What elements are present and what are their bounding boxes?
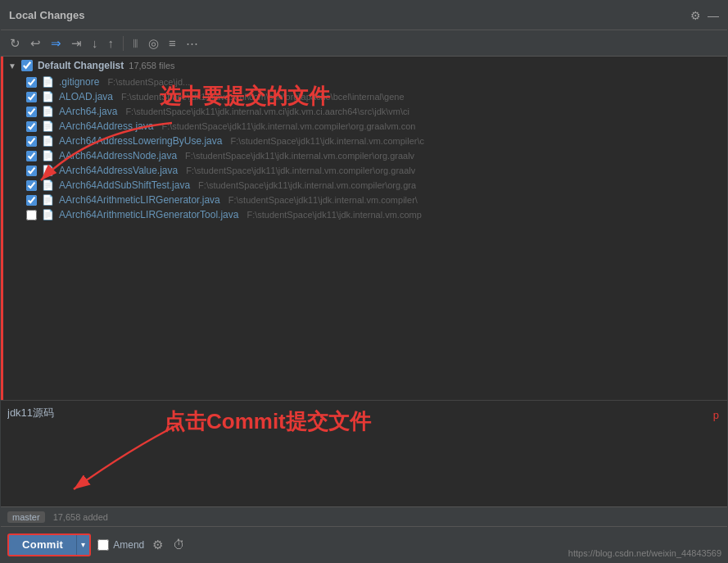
file-path: F:\studentSpace\jdk11\jdk.internal.vm.ci… — [125, 107, 409, 116]
file-name: AArch64.java — [59, 106, 117, 117]
list-item[interactable]: 📄 AArch64Address.java F:\studentSpace\jd… — [3, 119, 727, 134]
arrow-right-icon[interactable]: ⇒ — [48, 34, 64, 52]
commit-bar: Commit ▾ Amend ⚙ ⏱ — [1, 526, 727, 562]
list-item[interactable]: 📄 AArch64ArithmeticLIRGenerator.java F:\… — [3, 193, 727, 207]
toolbar-separator-1 — [123, 36, 124, 51]
file-checkbox[interactable] — [26, 107, 37, 117]
changelist-checkbox[interactable] — [21, 60, 33, 71]
changelist-header[interactable]: ▼ Default Changelist 17,658 files — [1, 57, 727, 75]
file-path: F:\studentSpace\jdk11\java.xml\com\sun\o… — [121, 92, 404, 102]
file-icon: 📄 — [42, 76, 54, 88]
status-text: 17,658 added — [53, 512, 108, 522]
list-item[interactable]: 📄 .gitignore F:\studentSpace\jd... — [3, 75, 727, 89]
commit-message-input[interactable]: jdk11源码 — [7, 406, 721, 502]
undo-icon[interactable]: ↩ — [28, 34, 43, 52]
upload-icon[interactable]: ↑ — [106, 34, 117, 52]
file-name: AArch64ArithmeticLIRGeneratorTool.java — [59, 209, 238, 220]
commit-button-group: Commit ▾ — [7, 533, 91, 556]
commit-button[interactable]: Commit — [9, 535, 76, 555]
panel-title: Local Changes — [9, 9, 84, 21]
header-icons: ⚙ — — [690, 9, 719, 22]
file-path: F:\studentSpace\jdk11\jdk.internal.vm.co… — [230, 136, 424, 146]
amend-wrap: Amend — [97, 539, 144, 551]
file-checkbox[interactable] — [26, 195, 37, 206]
file-icon: 📄 — [42, 165, 54, 176]
file-path: F:\studentSpace\jdk11\jdk.internal.vm.co… — [185, 151, 414, 161]
changelist-count: 17,658 files — [129, 61, 174, 70]
gear-icon[interactable]: ⚙ — [690, 9, 701, 22]
file-name: ALOAD.java — [59, 91, 113, 102]
file-icon: 📄 — [42, 120, 54, 132]
file-name: AArch64AddSubShiftTest.java — [59, 179, 190, 191]
branch-label: master — [7, 511, 45, 523]
list-item[interactable]: 📄 AArch64AddSubShiftTest.java F:\student… — [3, 178, 727, 193]
diff-icon[interactable]: ⫴ — [130, 34, 141, 52]
file-checkbox[interactable] — [26, 166, 37, 176]
move-changelist-icon[interactable]: ⇥ — [69, 34, 84, 52]
file-icon: 📄 — [42, 194, 54, 206]
file-icon: 📄 — [42, 209, 54, 220]
expand-triangle: ▼ — [8, 61, 16, 70]
file-path: F:\studentSpace\jdk11\jdk.internal.vm.co… — [228, 195, 418, 205]
amend-label: Amend — [113, 539, 144, 551]
list-item[interactable]: 📄 AArch64AddressLoweringByUse.java F:\st… — [3, 134, 727, 148]
file-checkbox[interactable] — [26, 121, 37, 132]
file-checkbox[interactable] — [26, 77, 37, 88]
file-checkbox[interactable] — [26, 151, 37, 161]
list-item[interactable]: 📄 AArch64AddressNode.java F:\studentSpac… — [3, 148, 727, 163]
list-item[interactable]: 📄 ALOAD.java F:\studentSpace\jdk11\java.… — [3, 89, 727, 104]
file-name: AArch64AddressValue.java — [59, 165, 178, 176]
commit-dropdown-button[interactable]: ▾ — [76, 535, 89, 555]
list-item[interactable]: 📄 AArch64.java F:\studentSpace\jdk11\jdk… — [3, 104, 727, 119]
file-name: AArch64Address.java — [59, 120, 153, 132]
list-item[interactable]: 📄 AArch64ArithmeticLIRGeneratorTool.java… — [3, 207, 727, 222]
file-checkbox[interactable] — [26, 92, 37, 102]
file-list: 📄 .gitignore F:\studentSpace\jd... 📄 ALO… — [1, 75, 727, 400]
commit-message-area: jdk11源码 p — [1, 400, 727, 506]
file-icon: 📄 — [42, 179, 54, 191]
file-icon: 📄 — [42, 106, 54, 117]
commit-settings-button[interactable]: ⚙ — [151, 536, 165, 554]
file-icon: 📄 — [42, 150, 54, 161]
file-icon: 📄 — [42, 135, 54, 147]
download-icon[interactable]: ↓ — [89, 34, 101, 52]
file-path: F:\studentSpace\jdk11\jdk.internal.vm.co… — [186, 166, 415, 175]
toolbar: ↻ ↩ ⇒ ⇥ ↓ ↑ ⫴ ◎ ≡ ⋯ — [1, 30, 727, 57]
group-icon[interactable]: ⋯ — [183, 34, 201, 52]
amend-checkbox[interactable] — [97, 539, 109, 551]
file-path: F:\studentSpace\jdk11\jdk.internal.vm.co… — [246, 210, 421, 220]
changelist-name: Default Changelist — [38, 60, 124, 71]
minimize-icon[interactable]: — — [708, 9, 719, 22]
refresh-icon[interactable]: ↻ — [7, 34, 23, 52]
commit-history-button[interactable]: ⏱ — [171, 536, 187, 553]
file-checkbox[interactable] — [26, 136, 37, 147]
main-panel: Local Changes ⚙ — ↻ ↩ ⇒ ⇥ ↓ ↑ ⫴ ◎ ≡ ⋯ ▼ … — [0, 0, 728, 563]
file-checkbox[interactable] — [26, 210, 37, 220]
file-name: AArch64AddressLoweringByUse.java — [59, 135, 222, 147]
file-name: AArch64ArithmeticLIRGenerator.java — [59, 194, 220, 206]
list-item[interactable]: 📄 AArch64AddressValue.java F:\studentSpa… — [3, 163, 727, 178]
list-icon[interactable]: ≡ — [166, 34, 179, 52]
file-name: AArch64AddressNode.java — [59, 150, 177, 161]
file-checkbox[interactable] — [26, 180, 37, 191]
file-path: F:\studentSpace\jd... — [107, 77, 190, 87]
file-list-area: ▼ Default Changelist 17,658 files 📄 .git… — [1, 57, 727, 400]
file-icon: 📄 — [42, 91, 54, 102]
file-path: F:\studentSpace\jdk11\jdk.internal.vm.co… — [198, 180, 416, 190]
file-name: .gitignore — [59, 76, 99, 88]
panel-header: Local Changes ⚙ — — [1, 1, 727, 30]
eye-icon[interactable]: ◎ — [146, 34, 161, 52]
status-bar: master 17,658 added — [1, 506, 727, 526]
file-path: F:\studentSpace\jdk11\jdk.internal.vm.co… — [161, 121, 415, 131]
